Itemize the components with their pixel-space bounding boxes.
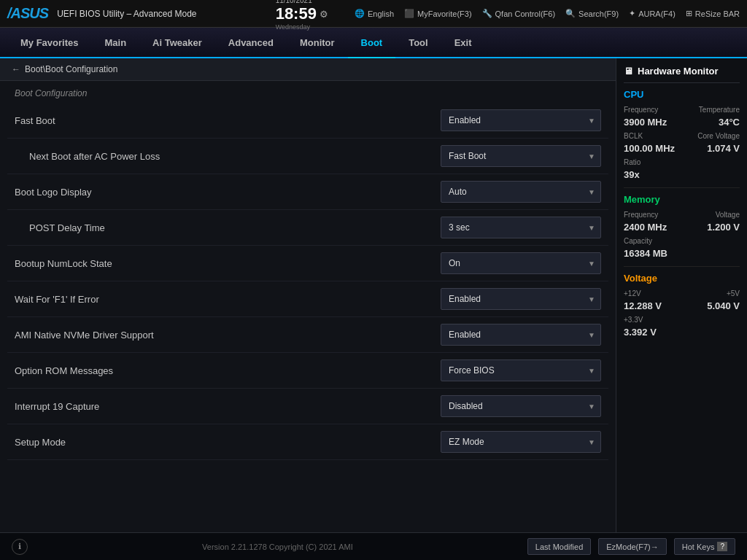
myfavorite-label: MyFavorite(F3) xyxy=(417,9,472,18)
cpu-divider xyxy=(624,187,740,188)
setting-control: EZ ModeAdvanced Mode▼ xyxy=(441,431,601,453)
ez-mode-button[interactable]: EzMode(F7)→ xyxy=(598,538,667,555)
cpu-bclk-val-row: 100.00 MHz 1.074 V xyxy=(624,143,740,155)
setting-dropdown[interactable]: EnabledDisabled xyxy=(441,288,601,310)
globe-icon: 🌐 xyxy=(355,9,365,18)
setting-row: Fast BootEnabledDisabled▼ xyxy=(7,103,608,139)
setting-dropdown[interactable]: EnabledDisabled xyxy=(441,395,601,417)
setting-label: Interrupt 19 Capture xyxy=(15,401,99,412)
setting-dropdown[interactable]: OnOff xyxy=(441,252,601,274)
setting-dropdown[interactable]: EnabledDisabled xyxy=(441,109,601,131)
setting-control: Fast BootNormal BootFull Screen Logo▼ xyxy=(441,145,601,167)
setting-label: Fast Boot xyxy=(15,115,55,126)
nav-item-advanced[interactable]: Advanced xyxy=(215,28,287,58)
setting-control: EnabledDisabled▼ xyxy=(441,288,601,310)
asus-brand-text: /ASUS xyxy=(7,5,48,22)
rebar-icon: ⊞ xyxy=(686,9,692,18)
rebar-tool[interactable]: ⊞ ReSize BAR xyxy=(686,9,740,18)
info-button[interactable]: ℹ xyxy=(12,539,28,555)
nav-item-main[interactable]: Main xyxy=(91,28,139,58)
volt-33-row: +3.3V xyxy=(624,316,740,324)
nav-item-tool[interactable]: Tool xyxy=(395,28,441,58)
nav-item-boot[interactable]: Boot xyxy=(348,28,396,58)
breadcrumb-path: Boot\Boot Configuration xyxy=(25,64,117,74)
cpu-section-title: CPU xyxy=(624,89,740,101)
setting-row: Interrupt 19 CaptureEnabledDisabled▼ xyxy=(7,389,608,424)
nav-item-exit[interactable]: Exit xyxy=(441,28,485,58)
setting-label: Wait For 'F1' If Error xyxy=(15,294,99,305)
qfan-tool[interactable]: 🔧 Qfan Control(F6) xyxy=(482,9,556,18)
memory-divider xyxy=(624,266,740,267)
content-wrapper: ← Boot\Boot Configuration Boot Configura… xyxy=(0,58,747,532)
monitor-icon: 🖥 xyxy=(624,66,633,77)
rebar-label: ReSize BAR xyxy=(695,9,740,18)
setting-control: EnabledDisabled▼ xyxy=(441,395,601,417)
setting-control: 0 sec1 sec2 sec3 sec5 sec10 sec▼ xyxy=(441,217,601,238)
cpu-ratio-row: Ratio xyxy=(624,158,740,166)
search-label: Search(F9) xyxy=(578,9,619,18)
cpu-bclk-row: BCLK Core Voltage xyxy=(624,132,740,140)
setting-control: EnabledDisabled▼ xyxy=(441,324,601,346)
setting-dropdown[interactable]: AutoFull Screen LogoDisabled xyxy=(441,181,601,203)
settings-icon[interactable]: ⚙ xyxy=(320,9,328,20)
hardware-monitor-panel: 🖥 Hardware Monitor CPU Frequency Tempera… xyxy=(616,58,747,532)
setting-row: Wait For 'F1' If ErrorEnabledDisabled▼ xyxy=(7,281,608,317)
aura-icon: ✦ xyxy=(629,9,635,18)
setting-row: Boot Logo DisplayAutoFull Screen LogoDis… xyxy=(7,174,608,210)
search-tool[interactable]: 🔍 Search(F9) xyxy=(565,9,619,18)
cpu-freq-val-row: 3900 MHz 34°C xyxy=(624,117,740,129)
time-display: 18:59 xyxy=(276,4,317,23)
setting-label: Next Boot after AC Power Loss xyxy=(29,151,160,162)
mem-freq-val-row: 2400 MHz 1.200 V xyxy=(624,222,740,234)
hot-keys-button[interactable]: Hot Keys ? xyxy=(674,538,735,555)
setting-label: Bootup NumLock State xyxy=(15,258,112,269)
breadcrumb: ← Boot\Boot Configuration xyxy=(0,58,616,81)
settings-container: Fast BootEnabledDisabled▼Next Boot after… xyxy=(0,103,616,532)
navigation-bar: My FavoritesMainAi TweakerAdvancedMonito… xyxy=(0,28,747,58)
setting-dropdown[interactable]: 0 sec1 sec2 sec3 sec5 sec10 sec xyxy=(441,217,601,238)
search-icon: 🔍 xyxy=(565,9,576,18)
fan-icon: 🔧 xyxy=(482,9,492,18)
aura-label: AURA(F4) xyxy=(638,9,676,18)
language-tool[interactable]: 🌐 English xyxy=(355,9,394,18)
hw-monitor-title: 🖥 Hardware Monitor xyxy=(624,66,740,83)
setting-control: Force BIOSKeep Current▼ xyxy=(441,359,601,381)
last-modified-button[interactable]: Last Modified xyxy=(527,538,591,555)
setting-label: POST Delay Time xyxy=(29,222,105,233)
setting-label: AMI Native NVMe Driver Support xyxy=(15,330,154,341)
bios-header: /ASUS UEFI BIOS Utility – Advanced Mode … xyxy=(0,0,747,28)
mem-cap-row: Capacity xyxy=(624,237,740,245)
setting-label: Option ROM Messages xyxy=(15,365,113,376)
setting-control: EnabledDisabled▼ xyxy=(441,109,601,131)
setting-row: AMI Native NVMe Driver SupportEnabledDis… xyxy=(7,317,608,353)
setting-control: OnOff▼ xyxy=(441,252,601,274)
nav-item-my-favorites[interactable]: My Favorites xyxy=(7,28,91,58)
footer-buttons: Last Modified EzMode(F7)→ Hot Keys ? xyxy=(527,538,735,555)
back-arrow[interactable]: ← xyxy=(12,64,20,74)
setting-row: POST Delay Time0 sec1 sec2 sec3 sec5 sec… xyxy=(7,210,608,246)
volt-12-row: +12V +5V xyxy=(624,289,740,298)
left-panel: ← Boot\Boot Configuration Boot Configura… xyxy=(0,58,616,532)
setting-dropdown[interactable]: Force BIOSKeep Current xyxy=(441,359,601,381)
cpu-freq-row: Frequency Temperature xyxy=(624,106,740,114)
footer: ℹ Version 2.21.1278 Copyright (C) 2021 A… xyxy=(0,532,747,560)
mem-freq-row: Frequency Voltage xyxy=(624,211,740,219)
datetime-block: 11/10/2021 18:59 ⚙ Wednesday xyxy=(276,0,328,31)
setting-row: Option ROM MessagesForce BIOSKeep Curren… xyxy=(7,353,608,389)
setting-label: Boot Logo Display xyxy=(15,187,92,198)
cpu-ratio-val-row: 39x xyxy=(624,169,740,182)
nav-item-ai-tweaker[interactable]: Ai Tweaker xyxy=(139,28,215,58)
setting-control: AutoFull Screen LogoDisabled▼ xyxy=(441,181,601,203)
voltage-section-title: Voltage xyxy=(624,273,740,285)
aura-tool[interactable]: ✦ AURA(F4) xyxy=(629,9,676,18)
volt-33-val-row: 3.392 V xyxy=(624,327,740,339)
myfavorite-tool[interactable]: ⬛ MyFavorite(F3) xyxy=(404,9,472,18)
setting-dropdown[interactable]: Fast BootNormal BootFull Screen Logo xyxy=(441,145,601,167)
qfan-label: Qfan Control(F6) xyxy=(495,9,556,18)
nav-item-monitor[interactable]: Monitor xyxy=(287,28,348,58)
setting-dropdown[interactable]: EnabledDisabled xyxy=(441,324,601,346)
help-icon: ? xyxy=(717,542,727,551)
setting-dropdown[interactable]: EZ ModeAdvanced Mode xyxy=(441,431,601,453)
setting-label: Setup Mode xyxy=(15,437,66,448)
language-label: English xyxy=(368,9,394,18)
